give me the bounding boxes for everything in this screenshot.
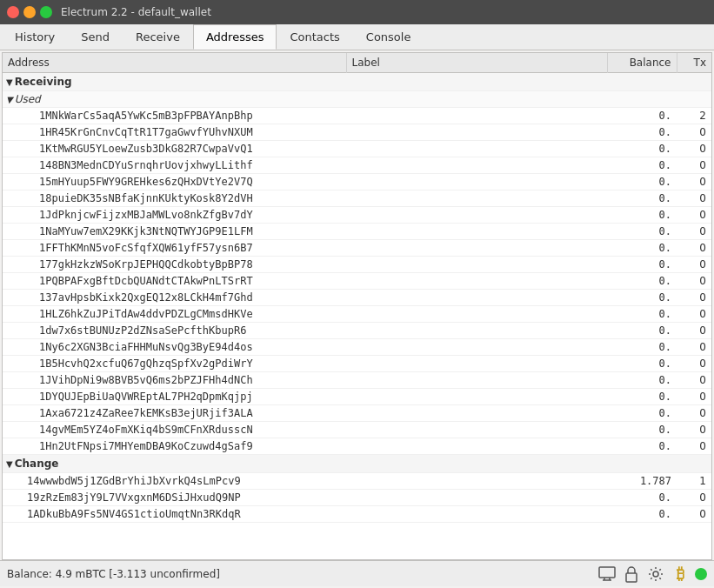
- label-cell: [346, 207, 607, 224]
- svg-point-5: [653, 571, 658, 577]
- tx-cell: 0: [677, 372, 711, 389]
- table-row[interactable]: 1HLZ6hkZuJPiTdAw4ddvPDZLgCMmsdHKVe 0. 0: [3, 306, 711, 323]
- table-row[interactable]: 1Ny6c2XGN3BciaFHHMuNsvQg3ByE94d4os 0. 0: [3, 339, 711, 356]
- label-cell: [346, 389, 607, 405]
- label-cell: [346, 372, 607, 389]
- tx-cell: 0: [677, 356, 711, 372]
- window-controls[interactable]: [7, 6, 52, 18]
- menubar: History Send Receive Addresses Contacts …: [0, 24, 714, 50]
- table-row[interactable]: 14wwwbdW5j1ZGdBrYhiJbXvrkQ4sLmPcv9 1.787…: [3, 473, 711, 490]
- table-row[interactable]: 137avHpsbKixk2QxgEQ12x8LCkH4mf7Ghd 0. 0: [3, 290, 711, 306]
- tx-cell: 0: [677, 389, 711, 405]
- label-cell: [346, 306, 607, 323]
- tx-cell: 0: [677, 224, 711, 240]
- header-label[interactable]: Label: [346, 53, 607, 73]
- table-row[interactable]: 1Hn2UtFNpsi7MHYemDBA9KoCzuwd4gSaf9 0. 0: [3, 438, 711, 455]
- table-row[interactable]: 1FFThKMnN5voFcSfqfXQW61yfF57ysn6B7 0. 0: [3, 240, 711, 257]
- statusbar-icons: ₿: [597, 565, 707, 584]
- address-cell: 1dw7x6stBUNUzP2dZNsaSePcfthKbupR6: [3, 323, 346, 339]
- label-cell: [346, 290, 607, 306]
- balance-cell: 0.: [607, 506, 677, 523]
- table-row[interactable]: 18puieDK35sNBfaKjnnKUktyKosk8Y2dVH 0. 0: [3, 190, 711, 207]
- label-cell: [346, 224, 607, 240]
- address-cell: 19zRzEm83jY9L7VVxgxnM6DSiJHxudQ9NP: [3, 490, 346, 506]
- address-table: Address Label Balance Tx ▼Receiving▼Used…: [3, 53, 711, 523]
- table-row[interactable]: 1B5HcvhQ2xcfuQ67gQhzqSpfXv2gPdiWrY 0. 0: [3, 356, 711, 372]
- balance-cell: 0.: [607, 290, 677, 306]
- tab-console[interactable]: Console: [353, 24, 424, 50]
- header-tx[interactable]: Tx: [677, 53, 711, 73]
- maximize-button[interactable]: [40, 6, 52, 18]
- address-cell: 14wwwbdW5j1ZGdBrYhiJbXvrkQ4sLmPcv9: [3, 473, 346, 490]
- tab-receive[interactable]: Receive: [123, 24, 193, 50]
- table-row[interactable]: 1KtMwRGU5YLoewZusb3DkG82R7CwpaVvQ1 0. 0: [3, 141, 711, 157]
- tx-cell: 0: [677, 157, 711, 174]
- label-cell: [346, 422, 607, 438]
- connection-status-dot: [695, 568, 707, 580]
- balance-cell: 0.: [607, 224, 677, 240]
- table-row[interactable]: 1MNkWarCs5aqA5YwKc5mB3pFPBAYAnpBhp 0. 2: [3, 108, 711, 124]
- table-row[interactable]: 1NaMYuw7emX29KKjk3NtNQTWYJGP9E1LFM 0. 0: [3, 224, 711, 240]
- address-cell: 1PQBPAFxgBftDcbQUANdtCTAkwPnLTSrRT: [3, 273, 346, 290]
- statusbar: Balance: 4.9 mBTC [-3.113 unconfirmed] ₿: [0, 560, 714, 586]
- tab-addresses[interactable]: Addresses: [193, 24, 277, 50]
- table-row[interactable]: 1ADkuBbA9Fs5NV4GS1ctioUmqtNn3RKdqR 0. 0: [3, 506, 711, 523]
- tx-cell: 0: [677, 438, 711, 455]
- close-button[interactable]: [7, 6, 19, 18]
- tx-cell: 0: [677, 490, 711, 506]
- address-cell: 1JdPknjcwFijzxMBJaMWLvo8nkZfgBv7dY: [3, 207, 346, 224]
- lock-icon[interactable]: [622, 565, 641, 584]
- balance-cell: 0.: [607, 372, 677, 389]
- tx-cell: 0: [677, 240, 711, 257]
- balance-cell: 0.: [607, 273, 677, 290]
- address-cell: 1Ny6c2XGN3BciaFHHMuNsvQg3ByE94d4os: [3, 339, 346, 356]
- balance-cell: 0.: [607, 124, 677, 141]
- balance-cell: 0.: [607, 405, 677, 422]
- group-row[interactable]: ▼Receiving: [3, 73, 711, 91]
- table-row[interactable]: 177gkHzkzWSoKrpJEPHQQCdkobtyBpBP78 0. 0: [3, 257, 711, 273]
- table-row[interactable]: 1dw7x6stBUNUzP2dZNsaSePcfthKbupR6 0. 0: [3, 323, 711, 339]
- balance-cell: 0.: [607, 174, 677, 190]
- label-cell: [346, 174, 607, 190]
- table-row[interactable]: 1HR45KrGnCnvCqTtR1T7gaGwvfYUhvNXUM 0. 0: [3, 124, 711, 141]
- tx-cell: 0: [677, 290, 711, 306]
- tab-history[interactable]: History: [2, 24, 68, 50]
- settings-icon[interactable]: [646, 565, 665, 584]
- address-cell: 1MNkWarCs5aqA5YwKc5mB3pFPBAYAnpBhp: [3, 108, 346, 124]
- svg-rect-0: [599, 567, 615, 578]
- address-table-container: Address Label Balance Tx ▼Receiving▼Used…: [2, 52, 712, 560]
- tab-send[interactable]: Send: [68, 24, 123, 50]
- tx-cell: 0: [677, 174, 711, 190]
- label-cell: [346, 323, 607, 339]
- table-row[interactable]: 1PQBPAFxgBftDcbQUANdtCTAkwPnLTSrRT 0. 0: [3, 273, 711, 290]
- minimize-button[interactable]: [23, 6, 36, 18]
- monitor-icon[interactable]: [597, 565, 617, 584]
- tab-contacts[interactable]: Contacts: [277, 24, 352, 50]
- table-row[interactable]: 14gvMEm5YZ4oFmXKiq4bS9mCFnXRdusscN 0. 0: [3, 422, 711, 438]
- balance-text: Balance: 4.9 mBTC [-3.113 unconfirmed]: [7, 568, 220, 580]
- address-cell: 1KtMwRGU5YLoewZusb3DkG82R7CwpaVvQ1: [3, 141, 346, 157]
- address-cell: 1JVihDpNi9w8BVB5vQ6ms2bPZJFHh4dNCh: [3, 372, 346, 389]
- group-row[interactable]: ▼Change: [3, 455, 711, 473]
- header-address[interactable]: Address: [3, 53, 346, 73]
- label-cell: [346, 240, 607, 257]
- subgroup-row[interactable]: ▼Used: [3, 91, 711, 108]
- label-cell: [346, 141, 607, 157]
- balance-cell: 0.: [607, 108, 677, 124]
- table-row[interactable]: 148BN3MednCDYuSrnqhrUovjxhwyLLithf 0. 0: [3, 157, 711, 174]
- header-balance[interactable]: Balance: [607, 53, 677, 73]
- label-cell: [346, 157, 607, 174]
- currency-icon[interactable]: ₿: [671, 565, 690, 584]
- address-cell: 15mHYuup5FWY9GREHkes6zQHxDVtYe2V7Q: [3, 174, 346, 190]
- table-row[interactable]: 1JdPknjcwFijzxMBJaMWLvo8nkZfgBv7dY 0. 0: [3, 207, 711, 224]
- table-row[interactable]: 1DYQUJEpBiUaQVWREptAL7PH2qDpmKqjpj 0. 0: [3, 389, 711, 405]
- address-cell: 1NaMYuw7emX29KKjk3NtNQTWYJGP9E1LFM: [3, 224, 346, 240]
- table-row[interactable]: 1Axa6721z4ZaRee7kEMKsB3ejURjif3ALA 0. 0: [3, 405, 711, 422]
- table-row[interactable]: 1JVihDpNi9w8BVB5vQ6ms2bPZJFHh4dNCh 0. 0: [3, 372, 711, 389]
- tx-cell: 0: [677, 339, 711, 356]
- balance-cell: 0.: [607, 422, 677, 438]
- label-cell: [346, 257, 607, 273]
- table-row[interactable]: 15mHYuup5FWY9GREHkes6zQHxDVtYe2V7Q 0. 0: [3, 174, 711, 190]
- address-cell: 1HR45KrGnCnvCqTtR1T7gaGwvfYUhvNXUM: [3, 124, 346, 141]
- table-row[interactable]: 19zRzEm83jY9L7VVxgxnM6DSiJHxudQ9NP 0. 0: [3, 490, 711, 506]
